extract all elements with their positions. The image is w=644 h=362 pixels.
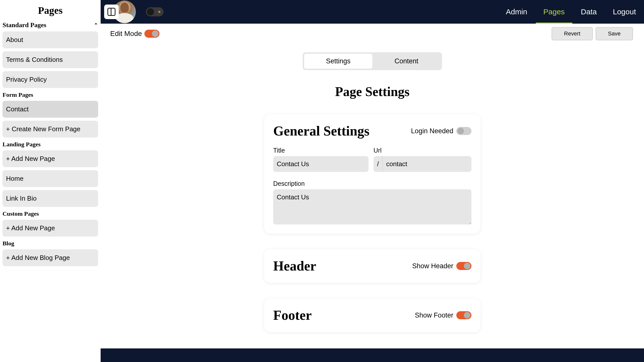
show-header-label: Show Header (412, 262, 453, 270)
show-header-toggle[interactable] (456, 262, 471, 270)
section-label: Standard Pages (3, 21, 46, 29)
save-button[interactable]: Save (596, 27, 633, 40)
sun-icon: ☀ (157, 10, 161, 14)
sidebar-item-privacy[interactable]: Privacy Policy (3, 71, 98, 88)
section-header-form[interactable]: Form Pages (3, 92, 98, 98)
edit-mode-toggle[interactable] (144, 30, 159, 38)
login-needed-toggle[interactable] (456, 127, 471, 135)
login-needed-label: Login Needed (411, 127, 453, 135)
sidebar: Pages Standard Pages ⌃ About Terms & Con… (0, 0, 101, 362)
nav-pages[interactable]: Pages (543, 0, 565, 24)
title-label: Title (273, 147, 369, 154)
section-header-custom[interactable]: Custom Pages (3, 210, 98, 217)
nav-logout[interactable]: Logout (613, 0, 636, 24)
title-input[interactable] (273, 156, 369, 172)
nav-admin[interactable]: Admin (506, 0, 527, 24)
sidebar-item-linkinbio[interactable]: Link In Bio (3, 190, 98, 207)
chevron-up-icon: ⌃ (94, 22, 98, 28)
section-header-standard[interactable]: Standard Pages ⌃ (3, 21, 98, 29)
show-footer-label: Show Footer (415, 311, 453, 319)
editbar: Edit Mode Revert Save (101, 24, 644, 44)
description-label: Description (273, 180, 471, 187)
topbar: ☀ Admin Pages Data Logout (101, 0, 644, 24)
theme-toggle[interactable]: ☀ (146, 7, 164, 16)
footer-bar (101, 348, 644, 362)
section-header-landing[interactable]: Landing Pages (3, 141, 98, 148)
page-heading: Page Settings (101, 84, 644, 99)
panel-toggle-button[interactable] (104, 5, 119, 19)
tab-content[interactable]: Content (372, 54, 440, 69)
card-footer: Footer Show Footer (264, 298, 480, 332)
sidebar-item-add-blog[interactable]: + Add New Blog Page (3, 249, 98, 266)
sidebar-item-contact[interactable]: Contact (3, 101, 98, 118)
url-input[interactable] (383, 156, 471, 172)
main: ☀ Admin Pages Data Logout Edit Mode Reve… (101, 0, 644, 362)
nav-data[interactable]: Data (581, 0, 597, 24)
tab-settings[interactable]: Settings (304, 54, 372, 69)
top-nav: Admin Pages Data Logout (506, 0, 636, 24)
general-title: General Settings (273, 123, 369, 139)
theme-knob (147, 8, 154, 15)
cards: General Settings Login Needed Title Url (101, 114, 644, 332)
sidebar-item-home[interactable]: Home (3, 170, 98, 187)
sidebar-item-add-custom[interactable]: + Add New Page (3, 220, 98, 237)
sidebar-item-add-landing[interactable]: + Add New Page (3, 150, 98, 167)
revert-button[interactable]: Revert (552, 27, 593, 40)
section-header-blog[interactable]: Blog (3, 240, 98, 247)
sidebar-item-create-form[interactable]: + Create New Form Page (3, 121, 98, 138)
card-general: General Settings Login Needed Title Url (264, 114, 480, 234)
sidebar-item-about[interactable]: About (3, 31, 98, 48)
footer-card-title: Footer (273, 307, 312, 323)
panel-icon (107, 8, 115, 16)
tabs: Settings Content (303, 52, 442, 70)
edit-mode-label: Edit Mode (110, 30, 142, 38)
card-header: Header Show Header (264, 249, 480, 283)
description-input[interactable] (273, 189, 471, 224)
sidebar-item-terms[interactable]: Terms & Conditions (3, 51, 98, 68)
sidebar-title: Pages (3, 5, 98, 16)
show-footer-toggle[interactable] (456, 311, 471, 319)
url-prefix: / (374, 156, 383, 172)
header-card-title: Header (273, 258, 316, 274)
url-label: Url (374, 147, 471, 154)
